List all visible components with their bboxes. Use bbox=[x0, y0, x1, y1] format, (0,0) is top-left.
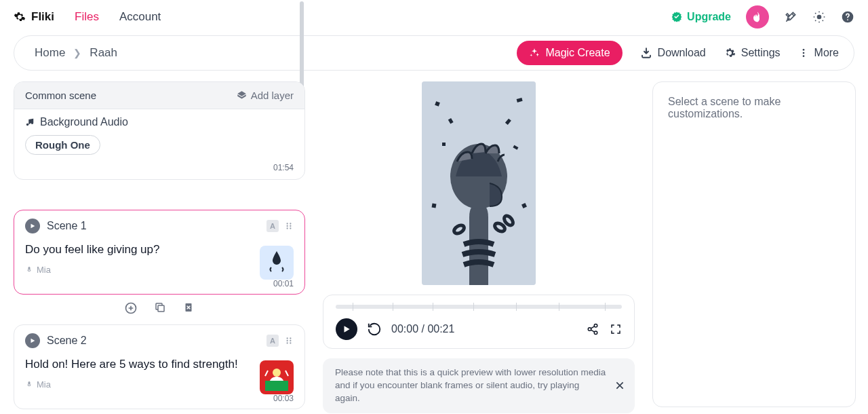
fullscreen-button[interactable] bbox=[610, 323, 622, 335]
svg-rect-31 bbox=[432, 204, 437, 208]
share-icon bbox=[587, 323, 599, 335]
theme-button[interactable] bbox=[812, 10, 826, 24]
badge-check-icon bbox=[671, 11, 683, 23]
scene-label: Scene 2 bbox=[47, 335, 87, 347]
scene-actions bbox=[14, 301, 305, 315]
duplicate-scene-button[interactable] bbox=[154, 301, 166, 315]
svg-point-10 bbox=[290, 227, 291, 229]
more-button[interactable]: More bbox=[798, 47, 839, 59]
replay-icon bbox=[367, 322, 382, 337]
topbar-right: Upgrade bbox=[671, 5, 854, 29]
background-audio-label: Background Audio bbox=[40, 116, 128, 128]
subheader-actions: Magic Create Download Settings More bbox=[517, 41, 839, 65]
timeline-track[interactable] bbox=[336, 305, 622, 309]
copy-icon bbox=[154, 301, 166, 314]
video-preview[interactable] bbox=[422, 81, 536, 285]
common-scene-body: Background Audio Rough One bbox=[14, 109, 304, 162]
svg-rect-22 bbox=[265, 381, 288, 391]
text-style-button[interactable]: A bbox=[267, 335, 279, 347]
play-scene-button[interactable] bbox=[25, 333, 40, 348]
svg-point-20 bbox=[290, 342, 291, 343]
svg-point-9 bbox=[290, 225, 291, 227]
voice-row[interactable]: Mia bbox=[25, 379, 294, 390]
upgrade-label: Upgrade bbox=[687, 11, 731, 23]
upgrade-button[interactable]: Upgrade bbox=[671, 11, 731, 23]
flame-button[interactable] bbox=[746, 5, 769, 29]
voice-name: Mia bbox=[37, 265, 51, 275]
text-style-button[interactable]: A bbox=[267, 220, 279, 232]
scene-card-2[interactable]: Scene 2 A Hold on! Here are 5 ways to fi… bbox=[14, 324, 305, 409]
add-layer-button[interactable]: Add layer bbox=[237, 90, 294, 101]
main: Common scene Add layer Background Audio … bbox=[0, 71, 868, 414]
notice-close-button[interactable] bbox=[614, 380, 625, 391]
scene-text[interactable]: Hold on! Here are 5 ways to find strengt… bbox=[25, 358, 294, 371]
nav-files[interactable]: Files bbox=[75, 10, 99, 24]
scene-duration: 00:03 bbox=[25, 394, 294, 403]
common-scene-card: Common scene Add layer Background Audio … bbox=[14, 81, 305, 180]
scenes-column: Common scene Add layer Background Audio … bbox=[14, 81, 305, 414]
svg-point-39 bbox=[588, 328, 591, 331]
preview-notice: Please note that this is a quick preview… bbox=[323, 358, 635, 413]
breadcrumb-current: Raah bbox=[90, 46, 117, 60]
play-button[interactable] bbox=[336, 318, 357, 340]
brand[interactable]: Fliki bbox=[14, 10, 54, 24]
magic-create-label: Magic Create bbox=[545, 47, 610, 59]
audio-track-chip[interactable]: Rough One bbox=[25, 135, 100, 155]
add-scene-button[interactable] bbox=[124, 301, 138, 315]
tools-icon bbox=[784, 10, 797, 24]
notice-text: Please note that this is a quick preview… bbox=[335, 367, 606, 403]
settings-button[interactable]: Settings bbox=[724, 47, 781, 59]
delete-scene-button[interactable] bbox=[182, 301, 195, 315]
background-audio-row[interactable]: Background Audio bbox=[25, 116, 294, 128]
svg-point-15 bbox=[287, 337, 288, 339]
download-button[interactable]: Download bbox=[640, 47, 706, 59]
svg-rect-29 bbox=[442, 143, 446, 146]
scene-thumbnail[interactable] bbox=[260, 246, 294, 280]
svg-point-16 bbox=[287, 340, 288, 341]
svg-point-18 bbox=[290, 337, 291, 339]
share-button[interactable] bbox=[587, 323, 599, 335]
add-layer-label: Add layer bbox=[251, 90, 294, 101]
scene-card-1[interactable]: Scene 1 A Do you feel like giving up? Mi… bbox=[14, 210, 305, 295]
flame-icon bbox=[751, 11, 764, 23]
trash-icon bbox=[182, 301, 195, 314]
scene-text[interactable]: Do you feel like giving up? bbox=[25, 243, 294, 257]
svg-point-23 bbox=[273, 369, 281, 377]
mic-icon bbox=[25, 266, 33, 274]
chevron-right-icon: ❯ bbox=[73, 48, 81, 58]
voice-row[interactable]: Mia bbox=[25, 265, 294, 275]
download-icon bbox=[640, 47, 652, 59]
sun-icon bbox=[812, 10, 826, 24]
replay-button[interactable] bbox=[367, 322, 382, 337]
svg-point-40 bbox=[594, 331, 597, 335]
svg-rect-13 bbox=[158, 305, 164, 312]
subheader: Home ❯ Raah Magic Create Download Settin… bbox=[14, 35, 854, 71]
scene-thumbnail[interactable] bbox=[260, 360, 294, 394]
gear-icon bbox=[724, 47, 736, 59]
help-button[interactable] bbox=[841, 10, 854, 24]
help-icon bbox=[841, 10, 854, 24]
svg-point-3 bbox=[802, 52, 804, 54]
tools-button[interactable] bbox=[784, 10, 797, 24]
settings-label: Settings bbox=[741, 47, 781, 59]
magic-create-button[interactable]: Magic Create bbox=[517, 41, 622, 65]
drag-handle-icon[interactable] bbox=[284, 336, 294, 345]
gear-icon bbox=[14, 11, 26, 23]
brand-label: Fliki bbox=[31, 10, 54, 24]
sparkle-icon bbox=[529, 48, 540, 58]
breadcrumb-home[interactable]: Home bbox=[35, 46, 65, 60]
nav-account[interactable]: Account bbox=[119, 10, 161, 24]
common-scene-header: Common scene Add layer bbox=[14, 82, 304, 109]
play-icon bbox=[342, 324, 351, 334]
play-scene-button[interactable] bbox=[25, 219, 40, 233]
download-label: Download bbox=[658, 47, 706, 59]
scene-label: Scene 1 bbox=[47, 220, 87, 232]
common-scene-title: Common scene bbox=[25, 90, 96, 101]
drag-handle-icon[interactable] bbox=[284, 221, 294, 231]
preview-column: 00:00 / 00:21 Please note that this is a… bbox=[316, 81, 642, 414]
svg-point-7 bbox=[287, 227, 288, 229]
topbar: Fliki Files Account Upgrade bbox=[0, 0, 868, 34]
plus-circle-icon bbox=[124, 301, 138, 315]
mic-icon bbox=[25, 381, 33, 389]
customization-column: Select a scene to make customizations. bbox=[652, 81, 868, 414]
